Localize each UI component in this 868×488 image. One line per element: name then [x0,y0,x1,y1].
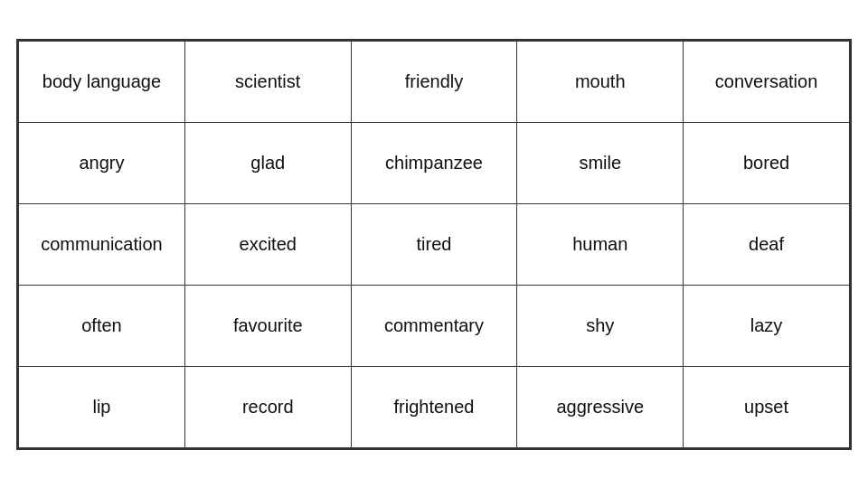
table-cell: angry [19,122,185,203]
table-cell: record [184,366,351,447]
table-cell: deaf [684,203,850,285]
table-cell: lazy [684,285,850,366]
table-cell: excited [184,203,351,285]
table-cell: smile [517,122,684,203]
table-cell: bored [684,122,850,203]
table-cell: friendly [351,41,517,122]
table-cell: human [517,203,684,285]
table-cell: lip [19,366,185,447]
table-cell: upset [684,366,850,447]
table-cell: shy [517,285,684,366]
table-cell: communication [19,203,185,285]
table-cell: commentary [351,285,517,366]
table-cell: glad [184,122,351,203]
table-cell: conversation [684,41,850,122]
table-cell: chimpanzee [351,122,517,203]
table-cell: tired [351,203,517,285]
table-cell: body language [19,41,185,122]
table-cell: favourite [184,285,351,366]
table-cell: frightened [351,366,517,447]
table-cell: aggressive [517,366,684,447]
word-table: body languagescientistfriendlymouthconve… [16,39,852,450]
table-cell: mouth [517,41,684,122]
table-cell: often [19,285,185,366]
table-cell: scientist [184,41,351,122]
